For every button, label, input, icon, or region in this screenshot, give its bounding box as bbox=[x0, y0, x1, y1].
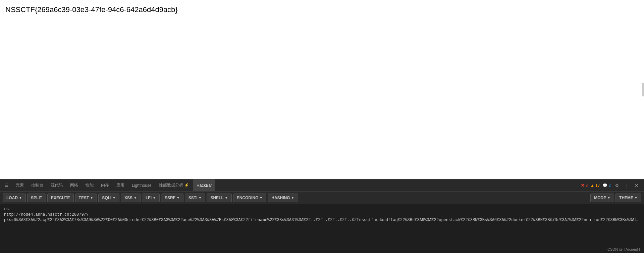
test-arrow: ▼ bbox=[90, 196, 93, 200]
warning-icon: ▲ bbox=[590, 183, 594, 188]
settings-icon[interactable]: ⚙ bbox=[613, 182, 621, 189]
xss-button[interactable]: XSS ▼ bbox=[121, 194, 141, 202]
ssti-arrow: ▼ bbox=[199, 196, 202, 200]
scroll-indicator[interactable] bbox=[642, 83, 644, 96]
load-arrow: ▼ bbox=[19, 196, 22, 200]
ssrf-arrow: ▼ bbox=[176, 196, 180, 200]
theme-button[interactable]: THEME ▼ bbox=[615, 194, 641, 202]
load-button[interactable]: LOAD ▼ bbox=[3, 194, 26, 202]
tab-network[interactable]: 网络 bbox=[67, 179, 82, 191]
xss-arrow: ▼ bbox=[133, 196, 137, 200]
status-text: CSDN @ | Arcueid | bbox=[607, 247, 640, 251]
hackbar-right-buttons: MODE ▼ THEME ▼ bbox=[590, 194, 641, 202]
error-icon: ✖ bbox=[581, 183, 584, 188]
main-content: NSSCTF{269a6c39-03e3-47fe-94c6-642a6d4d9… bbox=[0, 0, 644, 179]
message-badge: 💬 2 bbox=[602, 183, 611, 188]
tab-performance[interactable]: 性能 bbox=[82, 179, 97, 191]
shell-arrow: ▼ bbox=[225, 196, 228, 200]
theme-arrow: ▼ bbox=[634, 196, 638, 200]
split-button[interactable]: SPLIT bbox=[27, 194, 46, 202]
message-icon: 💬 bbox=[602, 183, 607, 188]
devtools-right-icons: ✖ 3 ▲ 17 💬 2 ⚙ ⋮ ✕ bbox=[581, 182, 643, 189]
devtools-tabs: ☰ 元素 控制台 源代码 网络 性能 内存 应用 Lighthouse 性能数据… bbox=[0, 179, 644, 192]
tab-application[interactable]: 应用 bbox=[113, 179, 128, 191]
hashing-arrow: ▼ bbox=[291, 196, 294, 200]
tab-console[interactable]: 控制台 bbox=[28, 179, 47, 191]
ssrf-button[interactable]: SSRF ▼ bbox=[161, 194, 183, 202]
ssti-button[interactable]: SSTI ▼ bbox=[185, 194, 206, 202]
tab-sources[interactable]: 源代码 bbox=[47, 179, 66, 191]
encoding-arrow: ▼ bbox=[259, 196, 263, 200]
url-line1[interactable]: http://node4.anna.nssctf.cn:28079/? bbox=[4, 212, 640, 217]
devtools-panel: ☰ 元素 控制台 源代码 网络 性能 内存 应用 Lighthouse 性能数据… bbox=[0, 179, 644, 253]
execute-button[interactable]: EXECUTE bbox=[47, 194, 74, 202]
sqli-arrow: ▼ bbox=[112, 196, 116, 200]
warning-badge: ▲ 17 bbox=[590, 183, 600, 188]
tab-perf-insights[interactable]: 性能数据分析 ⚡ bbox=[156, 179, 193, 191]
close-icon[interactable]: ✕ bbox=[633, 182, 640, 189]
status-bar: CSDN @ | Arcueid | bbox=[0, 245, 644, 253]
error-badge: ✖ 3 bbox=[581, 183, 588, 188]
url-area: URL http://node4.anna.nssctf.cn:28079/? … bbox=[0, 204, 644, 245]
url-label: URL bbox=[4, 207, 640, 211]
tab-menu[interactable]: ☰ bbox=[1, 179, 12, 191]
encoding-button[interactable]: ENCODING ▼ bbox=[233, 194, 267, 202]
flag-text: NSSCTF{269a6c39-03e3-47fe-94c6-642a6d4d9… bbox=[5, 5, 639, 14]
hackbar-toolbar: LOAD ▼ SPLIT EXECUTE TEST ▼ SQLI ▼ XSS ▼… bbox=[0, 192, 644, 204]
mode-arrow: ▼ bbox=[607, 196, 610, 200]
tab-hackbar[interactable]: HackBar bbox=[193, 179, 215, 191]
more-icon[interactable]: ⋮ bbox=[623, 182, 631, 189]
shell-button[interactable]: SHELL ▼ bbox=[207, 194, 231, 202]
error-count: 3 bbox=[585, 183, 588, 188]
message-count: 2 bbox=[608, 183, 611, 188]
lfi-button[interactable]: LFI ▼ bbox=[142, 194, 160, 202]
tab-lighthouse[interactable]: Lighthouse bbox=[128, 179, 155, 191]
lfi-arrow: ▼ bbox=[153, 196, 156, 200]
tab-memory[interactable]: 内存 bbox=[98, 179, 112, 191]
test-button[interactable]: TEST ▼ bbox=[75, 194, 97, 202]
warning-count: 17 bbox=[595, 183, 600, 188]
sqli-button[interactable]: SQLI ▼ bbox=[98, 194, 119, 202]
url-line2[interactable]: pks=0%3A3%3A%22acp%22%3A3%3A%7Bs%3A9%3A%… bbox=[4, 218, 640, 222]
hashing-button[interactable]: HASHING ▼ bbox=[268, 194, 298, 202]
mode-button[interactable]: MODE ▼ bbox=[590, 194, 614, 202]
tab-elements[interactable]: 元素 bbox=[12, 179, 27, 191]
